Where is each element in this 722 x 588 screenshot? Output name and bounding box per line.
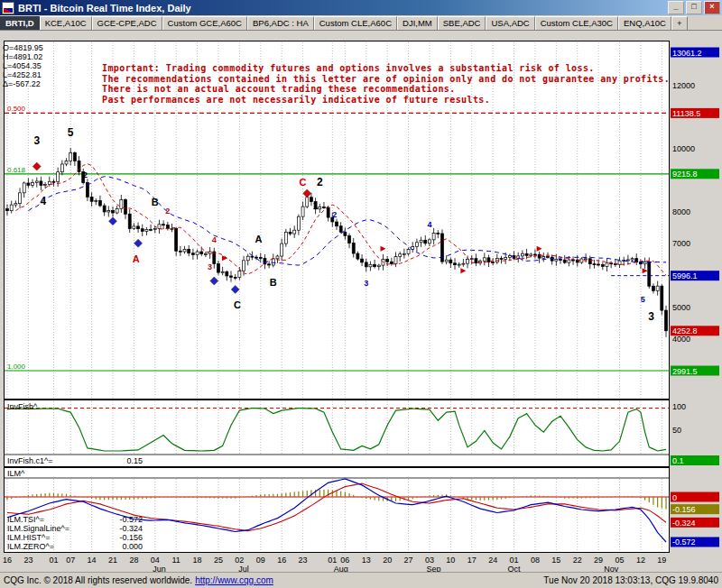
svg-text:C: C <box>234 299 241 310</box>
tab-usa-adc[interactable]: USA,ADC <box>486 16 534 30</box>
tab-bp6-adc-ha[interactable]: BP6,ADC : HA <box>247 16 314 30</box>
svg-text:19: 19 <box>657 556 666 565</box>
tab-add[interactable]: + <box>671 16 688 30</box>
tab-sbe-adc[interactable]: SBE,ADC <box>438 16 486 30</box>
svg-text:12: 12 <box>636 556 645 565</box>
svg-text:1: 1 <box>313 201 319 211</box>
svg-text:01: 01 <box>328 556 337 565</box>
svg-text:01: 01 <box>49 556 58 565</box>
cqg-window: { "window": { "title": "BRTI - Bitcoin R… <box>0 0 722 588</box>
svg-text:18: 18 <box>193 556 202 565</box>
tab-gce-cpe-adc[interactable]: GCE-CPE,ADC <box>92 16 162 30</box>
tab-brti-d[interactable]: BRTI,D <box>0 16 40 30</box>
chart-area: 0.5000.6181.0003542B2A43CABC212345312000… <box>0 31 722 572</box>
cqg-link[interactable]: http://www.cqg.com <box>195 575 273 585</box>
svg-text:09: 09 <box>256 556 265 565</box>
svg-text:03: 03 <box>425 556 434 565</box>
svg-text:-0.572: -0.572 <box>672 537 696 547</box>
svg-text:15: 15 <box>551 556 560 565</box>
svg-text:16: 16 <box>3 556 12 565</box>
svg-text:-0.156: -0.156 <box>672 505 696 514</box>
svg-text:14: 14 <box>88 556 97 565</box>
svg-text:10: 10 <box>446 556 455 565</box>
tab-custom-cle-a60c[interactable]: Custom CLE,A60C <box>314 16 397 30</box>
svg-text:3: 3 <box>648 310 654 323</box>
copyright-text: CQG Inc. © 2018 All rights reserved worl… <box>4 575 192 585</box>
svg-text:100: 100 <box>672 402 686 411</box>
tab-kce-a10c[interactable]: KCE,A10C <box>40 16 92 30</box>
price-chart-canvas[interactable]: 0.5000.6181.0003542B2A43CABC212345312000… <box>0 31 722 572</box>
minimize-button[interactable]: _ <box>668 1 684 14</box>
disclaimer-line-4: Past performances are not necessarily in… <box>102 95 670 106</box>
svg-text:2: 2 <box>83 170 88 179</box>
svg-text:Jul: Jul <box>238 565 249 572</box>
chart-tab-bar: BRTI,DKCE,A10CGCE-CPE,ADCCustom GCE,A60C… <box>0 15 722 31</box>
svg-text:0.1: 0.1 <box>672 456 684 465</box>
svg-text:A: A <box>255 234 262 244</box>
svg-text:24: 24 <box>488 556 497 565</box>
svg-text:5000: 5000 <box>672 303 690 312</box>
svg-text:01: 01 <box>510 556 519 565</box>
app-icon <box>2 2 14 14</box>
quote-low: L=4054.35 <box>3 61 43 70</box>
svg-text:23: 23 <box>299 556 308 565</box>
svg-text:4: 4 <box>40 195 46 207</box>
svg-text:25: 25 <box>214 556 223 565</box>
tab-enq-a10c[interactable]: ENQ,A10C <box>618 16 671 30</box>
svg-text:2991.5: 2991.5 <box>672 367 698 376</box>
quote-change: Δ=-567.22 <box>3 79 43 88</box>
svg-text:2: 2 <box>317 176 323 188</box>
svg-text:C: C <box>300 177 307 188</box>
svg-text:10000: 10000 <box>672 144 695 153</box>
status-bar: CQG Inc. © 2018 All rights reserved worl… <box>0 572 722 588</box>
clock-version-text: Tue Nov 20 2018 13:03:13, CQG 19.9.8040 <box>543 575 718 585</box>
svg-text:0.618: 0.618 <box>7 166 26 174</box>
svg-text:InvFish.c1^=: InvFish.c1^= <box>7 456 53 465</box>
svg-text:16: 16 <box>277 556 286 565</box>
svg-text:28: 28 <box>129 556 138 565</box>
title-bar: BRTI - Bitcoin Real Time Index, Daily _ … <box>0 0 722 15</box>
svg-text:ILM.SignalLine^=: ILM.SignalLine^= <box>7 524 69 533</box>
svg-text:8000: 8000 <box>672 207 690 216</box>
svg-text:-0.324: -0.324 <box>119 524 143 533</box>
svg-text:B: B <box>270 277 277 288</box>
close-button[interactable]: × <box>704 1 720 14</box>
svg-text:05: 05 <box>616 556 625 565</box>
svg-text:Sep: Sep <box>427 565 441 572</box>
svg-text:27: 27 <box>404 556 413 565</box>
svg-text:50: 50 <box>672 426 681 435</box>
svg-text:0: 0 <box>672 493 677 502</box>
maximize-button[interactable]: □ <box>686 1 702 14</box>
svg-text:4: 4 <box>427 220 431 229</box>
svg-text:17: 17 <box>467 556 477 565</box>
svg-text:21: 21 <box>108 556 117 565</box>
disclaimer-line-1: Important: Trading commodity futures and… <box>102 63 670 74</box>
tab-custom-cle-a30c[interactable]: Custom CLE,A30C <box>535 16 618 30</box>
svg-text:9215.8: 9215.8 <box>672 170 698 179</box>
svg-text:ILM.TSI^=: ILM.TSI^= <box>7 515 44 524</box>
svg-text:02: 02 <box>235 556 244 565</box>
svg-text:-0.324: -0.324 <box>672 519 696 528</box>
svg-text:5: 5 <box>68 126 74 139</box>
svg-text:Oct: Oct <box>508 565 522 572</box>
svg-text:1.000: 1.000 <box>7 363 26 371</box>
svg-text:-0.572: -0.572 <box>119 515 143 524</box>
tab-dji-mm[interactable]: DJI,MM <box>397 16 438 30</box>
svg-text:04: 04 <box>151 556 160 565</box>
svg-text:13: 13 <box>362 556 371 565</box>
svg-text:0.500: 0.500 <box>7 105 26 113</box>
svg-text:11138.5: 11138.5 <box>672 109 700 118</box>
svg-text:23: 23 <box>23 556 32 565</box>
svg-text:11: 11 <box>172 556 180 565</box>
svg-text:3: 3 <box>208 262 212 271</box>
disclaimer-text: Important: Trading commodity futures and… <box>102 63 670 105</box>
tab-custom-gce-a60c[interactable]: Custom GCE,A60C <box>162 16 247 30</box>
svg-text:08: 08 <box>531 556 540 565</box>
quote-last: L=4252.81 <box>3 70 43 79</box>
svg-text:0.15: 0.15 <box>126 456 143 465</box>
svg-text:4252.8: 4252.8 <box>672 326 698 335</box>
quote-high: H=4891.02 <box>3 52 43 61</box>
svg-text:3: 3 <box>33 134 40 147</box>
svg-text:Nov: Nov <box>604 565 619 572</box>
svg-text:ILM.HIST^=: ILM.HIST^= <box>7 533 50 542</box>
